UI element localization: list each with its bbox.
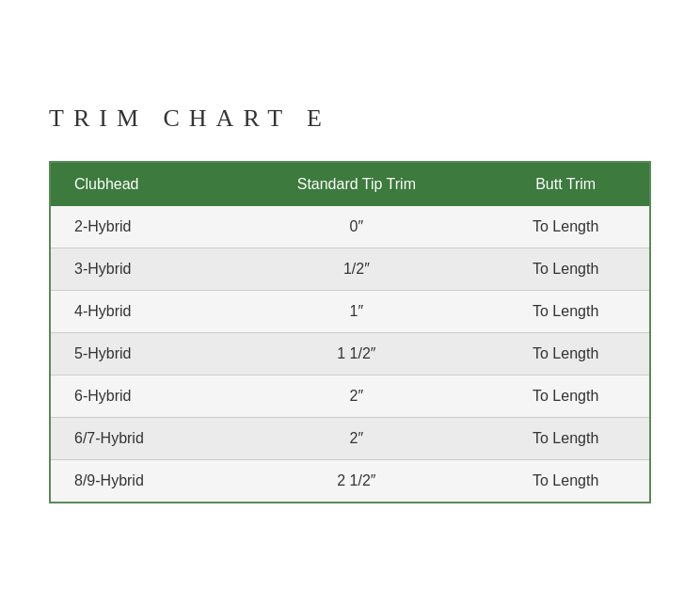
cell-tip-trim: 2 1/2″ [231, 459, 482, 503]
cell-butt-trim: To Length [482, 459, 650, 503]
chart-title: TRIM CHART E [49, 104, 651, 133]
table-row: 3-Hybrid1/2″To Length [50, 248, 650, 290]
table-row: 6/7-Hybrid2″To Length [50, 417, 650, 459]
table-row: 8/9-Hybrid2 1/2″To Length [50, 459, 650, 503]
cell-clubhead: 5-Hybrid [50, 332, 231, 375]
col-header-clubhead: Clubhead [50, 162, 231, 206]
col-header-butt-trim: Butt Trim [482, 162, 650, 206]
cell-butt-trim: To Length [482, 206, 650, 248]
cell-tip-trim: 1″ [231, 290, 482, 332]
table-row: 2-Hybrid0″To Length [50, 206, 650, 248]
cell-tip-trim: 2″ [231, 375, 482, 417]
cell-clubhead: 6/7-Hybrid [50, 417, 231, 459]
table-row: 4-Hybrid1″To Length [50, 290, 650, 332]
cell-tip-trim: 1/2″ [231, 248, 482, 290]
table-header-row: Clubhead Standard Tip Trim Butt Trim [50, 162, 650, 206]
cell-butt-trim: To Length [482, 248, 650, 290]
cell-clubhead: 2-Hybrid [50, 206, 231, 248]
table-row: 5-Hybrid1 1/2″To Length [50, 332, 650, 375]
cell-butt-trim: To Length [482, 290, 650, 332]
cell-tip-trim: 0″ [231, 206, 482, 248]
table-row: 6-Hybrid2″To Length [50, 375, 650, 417]
cell-tip-trim: 1 1/2″ [231, 332, 482, 375]
cell-clubhead: 6-Hybrid [50, 375, 231, 417]
trim-chart-table: Clubhead Standard Tip Trim Butt Trim 2-H… [49, 161, 651, 503]
cell-clubhead: 8/9-Hybrid [50, 459, 231, 503]
cell-clubhead: 3-Hybrid [50, 248, 231, 290]
cell-butt-trim: To Length [482, 375, 650, 417]
cell-butt-trim: To Length [482, 417, 650, 459]
cell-clubhead: 4-Hybrid [50, 290, 231, 332]
cell-tip-trim: 2″ [231, 417, 482, 459]
cell-butt-trim: To Length [482, 332, 650, 375]
page-container: TRIM CHART E Clubhead Standard Tip Trim … [30, 67, 670, 541]
col-header-tip-trim: Standard Tip Trim [231, 162, 482, 206]
